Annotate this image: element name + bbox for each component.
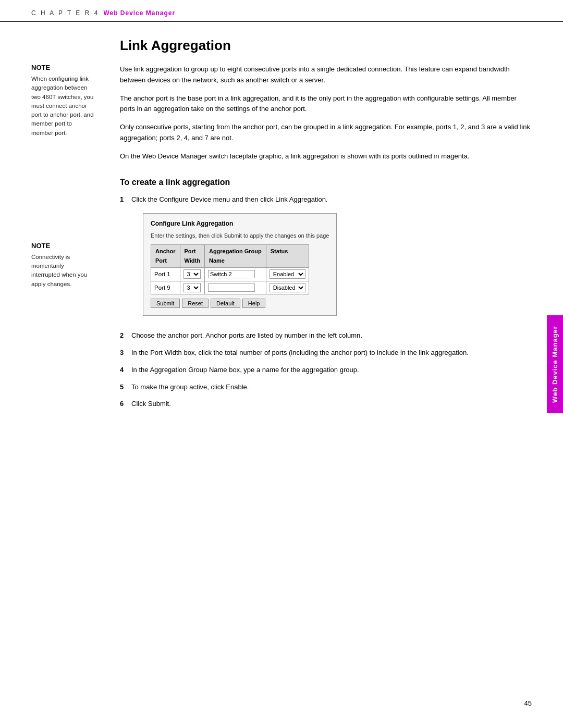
chapter-header: C H A P T E R 4 Web Device Manager	[0, 0, 563, 22]
step-6-number: 6	[120, 399, 131, 410]
page-title: Link Aggregation	[120, 38, 532, 54]
step-5-number: 5	[120, 382, 131, 393]
step-2-text: Choose the anchor port. Anchor ports are…	[131, 330, 532, 341]
status-select-1[interactable]: Enabled Disabled	[270, 269, 305, 279]
step-1-content: Click the Configure Device menu and then…	[131, 194, 532, 325]
config-box-buttons: Submit Reset Default Help	[151, 299, 329, 308]
config-link-aggregation-box: Configure Link Aggregation Enter the set…	[143, 213, 337, 316]
reset-button[interactable]: Reset	[182, 299, 209, 308]
step-2: 2 Choose the anchor port. Anchor ports a…	[120, 330, 532, 341]
help-button[interactable]: Help	[242, 299, 266, 308]
config-box-subtitle: Enter the settings, then click Submit to…	[151, 231, 329, 241]
config-table: AnchorPort PortWidth Aggregation GroupNa…	[151, 244, 309, 294]
table-row-2: Port 9 3 2 4	[151, 281, 309, 294]
th-anchor-port: AnchorPort	[151, 245, 180, 268]
td-port-2: Port 9	[151, 281, 180, 294]
step-4: 4 In the Aggregation Group Name box, ype…	[120, 365, 532, 376]
group-name-input-1[interactable]	[208, 270, 255, 278]
steps-list: 1 Click the Configure Device menu and th…	[120, 194, 532, 410]
port-1-label: Port 1	[154, 271, 170, 277]
sidebar: NOTE When configuring link aggregation b…	[0, 22, 104, 431]
submit-button[interactable]: Submit	[151, 299, 180, 308]
note-label-1: NOTE	[31, 64, 94, 71]
right-tab: Web Device Manager	[547, 315, 563, 413]
step-5-text: To make the group active, click Enable.	[131, 382, 532, 393]
note-label-2: NOTE	[31, 242, 94, 250]
step-2-number: 2	[120, 330, 131, 341]
step-6-text: Click Submit.	[131, 399, 532, 410]
default-button[interactable]: Default	[211, 299, 240, 308]
main-content: Link Aggregation Use link aggregation to…	[104, 22, 563, 431]
intro-paragraph-3: Only consecutive ports, starting from th…	[120, 122, 532, 144]
note-text-2: Connectivity is momentarily interrupted …	[31, 253, 94, 289]
table-row-1: Port 1 3 2 4	[151, 268, 309, 281]
intro-paragraph-1: Use link aggregation to group up to eigh…	[120, 64, 532, 86]
th-aggregation-group-name: Aggregation GroupName	[204, 245, 266, 268]
td-width-2: 3 2 4	[180, 281, 204, 294]
section-heading: To create a link aggregation	[120, 178, 532, 187]
step-3-number: 3	[120, 348, 131, 359]
td-width-1: 3 2 4	[180, 268, 204, 281]
td-status-1: Enabled Disabled	[266, 268, 309, 281]
step-1-text: Click the Configure Device menu and then…	[131, 195, 328, 203]
th-status: Status	[266, 245, 309, 268]
intro-paragraph-4: On the Web Device Manager switch facepla…	[120, 151, 532, 162]
td-groupname-2	[204, 281, 266, 294]
note-block-1: NOTE When configuring link aggregation b…	[31, 64, 94, 138]
step-4-number: 4	[120, 365, 131, 376]
note-block-2: NOTE Connectivity is momentarily interru…	[31, 242, 94, 289]
width-select-1[interactable]: 3 2 4	[183, 269, 201, 279]
width-select-2[interactable]: 3 2 4	[183, 283, 201, 292]
page-number: 45	[524, 699, 532, 707]
td-status-2: Disabled Enabled	[266, 281, 309, 294]
port-2-label: Port 9	[154, 285, 170, 291]
step-1: 1 Click the Configure Device menu and th…	[120, 194, 532, 325]
step-6: 6 Click Submit.	[120, 399, 532, 410]
status-select-2[interactable]: Disabled Enabled	[270, 283, 305, 292]
group-name-input-2[interactable]	[208, 283, 255, 292]
intro-paragraph-2: The anchor port is the base port in a li…	[120, 93, 532, 115]
step-3-text: In the Port Width box, click the total n…	[131, 348, 532, 359]
step-5: 5 To make the group active, click Enable…	[120, 382, 532, 393]
th-port-width: PortWidth	[180, 245, 204, 268]
table-header-row: AnchorPort PortWidth Aggregation GroupNa…	[151, 245, 309, 268]
step-3: 3 In the Port Width box, click the total…	[120, 348, 532, 359]
td-groupname-1	[204, 268, 266, 281]
chapter-title: Web Device Manager	[103, 9, 175, 17]
page-container: C H A P T E R 4 Web Device Manager NOTE …	[0, 0, 563, 728]
step-1-number: 1	[120, 194, 131, 325]
td-port-1: Port 1	[151, 268, 180, 281]
step-4-text: In the Aggregation Group Name box, ype a…	[131, 365, 532, 376]
note-text-1: When configuring link aggregation betwee…	[31, 75, 94, 138]
content-layout: NOTE When configuring link aggregation b…	[0, 22, 563, 431]
config-box-title: Configure Link Aggregation	[151, 219, 329, 229]
chapter-label: C H A P T E R 4	[31, 9, 99, 17]
